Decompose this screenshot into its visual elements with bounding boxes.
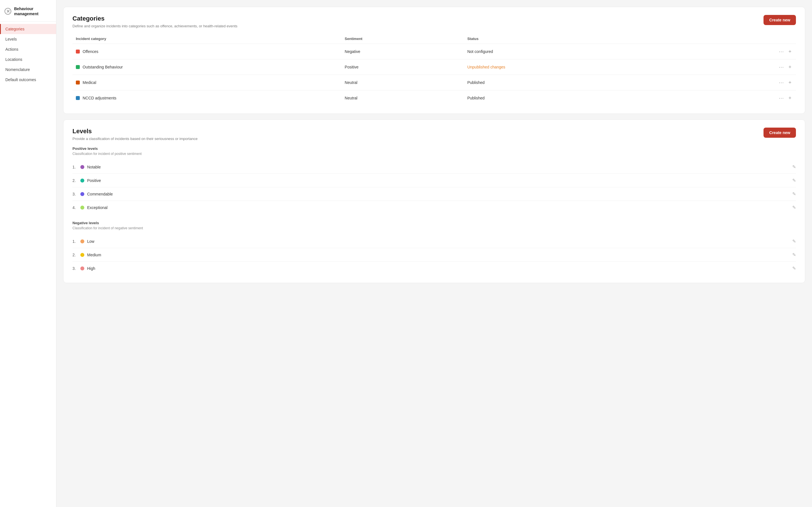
levels-create-button[interactable]: Create new [763,128,796,138]
levels-header: Levels Provide a classification of incid… [72,128,796,141]
table-row: NCCD adjustments Neutral Published ⋯ + [72,91,796,106]
list-item: 2. Medium ✎ [72,248,796,262]
list-item: 1. Notable ✎ [72,160,796,174]
add-button[interactable]: + [787,63,793,71]
level-name: Notable [87,165,792,169]
category-color [76,50,80,54]
level-number: 1. [72,239,80,244]
category-status: Not configured [464,44,688,59]
level-name: Commendable [87,192,792,196]
categories-create-button[interactable]: Create new [763,15,796,25]
category-sentiment: Neutral [342,75,464,91]
levels-header-text: Levels Provide a classification of incid… [72,128,198,141]
categories-header-text: Categories Define and organize incidents… [72,15,238,28]
edit-icon[interactable]: ✎ [792,252,796,258]
categories-subtitle: Define and organize incidents into categ… [72,24,238,28]
category-name: Outstanding Behaviour [83,65,123,69]
category-name: Offences [83,49,98,54]
close-icon[interactable]: ✕ [4,8,11,15]
col-sentiment: Sentiment [342,34,464,44]
negative-levels-section: Negative levels Classification for incid… [72,221,796,275]
sidebar-item-levels[interactable]: Levels [0,34,56,44]
positive-levels-section: Positive levels Classification for incid… [72,147,796,214]
category-sentiment: Positive [342,59,464,75]
category-row-actions: ⋯ + [688,75,796,91]
level-color-dot [80,179,84,182]
category-row-actions: ⋯ + [688,91,796,106]
level-number: 2. [72,178,80,183]
category-row-actions: ⋯ + [688,44,796,59]
level-number: 3. [72,266,80,271]
table-row: Offences Negative Not configured ⋯ + [72,44,796,59]
levels-card: Levels Provide a classification of incid… [63,119,805,283]
level-color-dot [80,239,84,243]
category-color [76,80,80,84]
edit-icon[interactable]: ✎ [792,205,796,210]
level-name: Medium [87,252,792,257]
col-status: Status [464,34,688,44]
level-color-dot [80,253,84,257]
add-button[interactable]: + [787,48,793,55]
list-item: 2. Positive ✎ [72,174,796,187]
category-name-cell: Offences [72,44,342,59]
positive-levels-label: Positive levels [72,147,796,151]
categories-card: Categories Define and organize incidents… [63,7,805,114]
table-row: Medical Neutral Published ⋯ + [72,75,796,91]
negative-levels-list: 1. Low ✎ 2. Medium ✎ 3. High ✎ [72,235,796,275]
edit-icon[interactable]: ✎ [792,178,796,183]
edit-icon[interactable]: ✎ [792,266,796,271]
sidebar-item-default-outcomes[interactable]: Default outcomes [0,75,56,85]
more-options-button[interactable]: ⋯ [777,48,785,55]
negative-levels-label: Negative levels [72,221,796,225]
list-item: 4. Exceptional ✎ [72,201,796,214]
category-status: Unpublished changes [464,59,688,75]
category-name-cell: Outstanding Behaviour [72,59,342,75]
level-color-dot [80,192,84,196]
add-button[interactable]: + [787,79,793,86]
sidebar-item-categories[interactable]: Categories [0,24,56,34]
list-item: 1. Low ✎ [72,235,796,248]
level-name: Low [87,239,792,244]
sidebar-nav: Categories Levels Actions Locations Nome… [0,24,56,85]
level-number: 3. [72,192,80,196]
category-name-cell: Medical [72,75,342,91]
edit-icon[interactable]: ✎ [792,164,796,170]
sidebar-item-locations[interactable]: Locations [0,54,56,64]
level-color-dot [80,206,84,210]
col-incident-category: Incident category [72,34,342,44]
level-name: Exceptional [87,205,792,210]
category-color [76,96,80,100]
table-row: Outstanding Behaviour Positive Unpublish… [72,59,796,75]
edit-icon[interactable]: ✎ [792,191,796,196]
category-status: Published [464,75,688,91]
sidebar-item-nomenclature[interactable]: Nomenclature [0,64,56,75]
level-name: Positive [87,178,792,183]
positive-levels-desc: Classification for incident of positive … [72,152,796,156]
sidebar-item-actions[interactable]: Actions [0,44,56,54]
category-sentiment: Negative [342,44,464,59]
level-number: 2. [72,252,80,257]
level-number: 1. [72,165,80,169]
more-options-button[interactable]: ⋯ [777,79,785,86]
levels-title: Levels [72,128,198,135]
category-name: Medical [83,80,96,85]
category-row-actions: ⋯ + [688,59,796,75]
category-name-cell: NCCD adjustments [72,91,342,106]
more-options-button[interactable]: ⋯ [777,94,785,102]
levels-subtitle: Provide a classification of incidents ba… [72,136,198,141]
more-options-button[interactable]: ⋯ [777,63,785,71]
negative-levels-desc: Classification for incident of negative … [72,226,796,230]
sidebar: ✕ Behaviour management Categories Levels… [0,0,56,507]
main-content: Categories Define and organize incidents… [56,0,812,507]
category-name: NCCD adjustments [83,96,116,100]
categories-table: Incident category Sentiment Status Offen… [72,34,796,106]
level-name: High [87,266,792,271]
category-status: Published [464,91,688,106]
level-number: 4. [72,205,80,210]
list-item: 3. High ✎ [72,262,796,275]
categories-header: Categories Define and organize incidents… [72,15,796,28]
level-color-dot [80,165,84,169]
edit-icon[interactable]: ✎ [792,238,796,244]
sidebar-title: Behaviour management [14,6,52,16]
add-button[interactable]: + [787,94,793,102]
